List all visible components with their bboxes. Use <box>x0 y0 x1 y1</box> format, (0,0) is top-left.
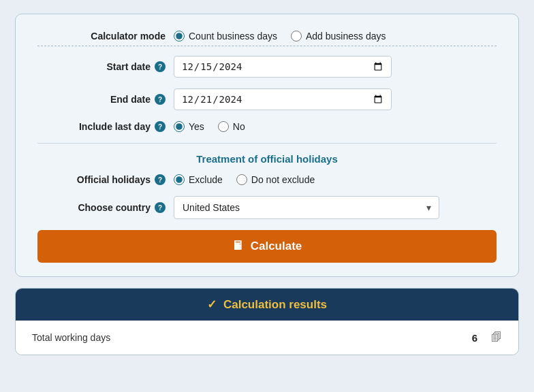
choose-country-label: Choose country ? <box>37 202 174 213</box>
start-date-controls <box>174 56 497 78</box>
add-business-days-option[interactable]: Add business days <box>291 31 386 42</box>
treatment-section-title: Treatment of official holidays <box>37 153 497 165</box>
calculator-icon: 🖩 <box>232 240 244 253</box>
start-date-input[interactable] <box>174 56 392 78</box>
include-last-day-options: Yes No <box>174 121 245 132</box>
include-last-day-label: Include last day ? <box>37 121 174 132</box>
end-date-input[interactable] <box>174 88 392 110</box>
do-not-exclude-radio[interactable] <box>236 174 247 185</box>
results-header: ✓ Calculation results <box>16 289 518 321</box>
total-working-days-label: Total working days <box>32 332 472 343</box>
country-select-wrapper: United States United Kingdom Canada Aust… <box>174 196 439 219</box>
total-working-days-value: 6 <box>472 332 477 344</box>
end-date-row: End date ? <box>37 88 497 110</box>
end-date-help-icon[interactable]: ? <box>155 94 166 105</box>
count-business-days-option[interactable]: Count business days <box>174 31 277 42</box>
official-holidays-label: Official holidays ? <box>37 174 174 185</box>
end-date-label: End date ? <box>37 94 174 105</box>
official-holidays-row: Official holidays ? Exclude Do not exclu… <box>37 174 497 185</box>
check-icon: ✓ <box>207 297 217 312</box>
calculator-mode-label: Calculator mode <box>37 31 174 42</box>
choose-country-row: Choose country ? United States United Ki… <box>37 196 497 219</box>
include-no-radio[interactable] <box>218 121 229 132</box>
include-yes-radio[interactable] <box>174 121 185 132</box>
official-holidays-options: Exclude Do not exclude <box>174 174 315 185</box>
country-select[interactable]: United States United Kingdom Canada Aust… <box>174 196 439 219</box>
calculator-mode-options: Count business days Add business days <box>174 31 386 42</box>
start-date-label: Start date ? <box>37 61 174 72</box>
mode-divider <box>37 46 497 46</box>
do-not-exclude-option[interactable]: Do not exclude <box>236 174 315 185</box>
choose-country-help-icon[interactable]: ? <box>155 202 166 213</box>
calculate-button[interactable]: 🖩 Calculate <box>37 230 497 263</box>
include-yes-option[interactable]: Yes <box>174 121 204 132</box>
calculator-mode-row: Calculator mode Count business days Add … <box>37 31 497 42</box>
results-card: ✓ Calculation results Total working days… <box>15 288 519 355</box>
results-row: Total working days 6 🗐 <box>16 321 518 355</box>
calculator-card: Calculator mode Count business days Add … <box>15 14 519 277</box>
include-no-option[interactable]: No <box>218 121 245 132</box>
add-business-days-radio[interactable] <box>291 31 302 42</box>
start-date-help-icon[interactable]: ? <box>155 61 166 72</box>
official-holidays-help-icon[interactable]: ? <box>155 174 166 185</box>
start-date-row: Start date ? <box>37 56 497 78</box>
count-business-days-radio[interactable] <box>174 31 185 42</box>
exclude-option[interactable]: Exclude <box>174 174 223 185</box>
copy-icon[interactable]: 🗐 <box>491 331 502 344</box>
include-last-day-row: Include last day ? Yes No <box>37 121 497 132</box>
include-last-day-help-icon[interactable]: ? <box>155 121 166 132</box>
section-divider <box>37 143 497 144</box>
end-date-controls <box>174 88 497 110</box>
exclude-radio[interactable] <box>174 174 185 185</box>
